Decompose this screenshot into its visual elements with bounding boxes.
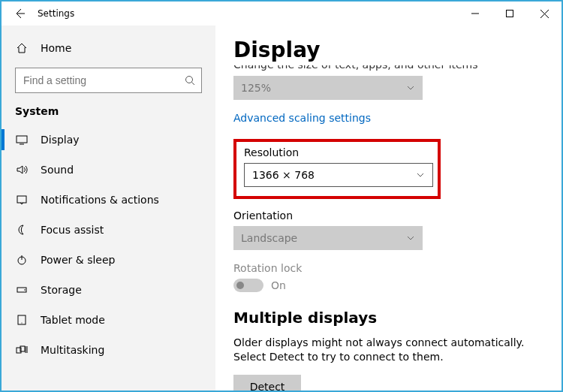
storage-icon xyxy=(15,284,29,296)
sidebar-item-power-sleep[interactable]: Power & sleep xyxy=(2,245,215,275)
sound-icon xyxy=(15,164,29,176)
sidebar-item-label: Multitasking xyxy=(41,344,104,356)
multiple-displays-heading: Multiple displays xyxy=(233,309,548,327)
close-button[interactable] xyxy=(527,2,561,26)
resolution-dropdown[interactable]: 1366 × 768 xyxy=(244,163,433,187)
back-button[interactable] xyxy=(2,2,38,26)
sidebar-item-notifications[interactable]: Notifications & actions xyxy=(2,185,215,215)
sidebar-item-label: Sound xyxy=(41,164,74,176)
sidebar-item-sound[interactable]: Sound xyxy=(2,155,215,185)
window-controls xyxy=(458,2,561,26)
home-label: Home xyxy=(41,42,71,54)
power-icon xyxy=(15,254,29,266)
rotation-lock-state: On xyxy=(271,279,286,291)
scale-dropdown[interactable]: 125% xyxy=(233,76,423,100)
section-header-system: System xyxy=(2,102,215,125)
svg-line-5 xyxy=(192,83,195,86)
rotation-lock-label: Rotation lock xyxy=(233,262,548,274)
sidebar-item-label: Storage xyxy=(41,284,82,296)
sidebar-item-display[interactable]: Display xyxy=(2,125,215,155)
focus-assist-icon xyxy=(15,224,29,236)
home-icon xyxy=(15,42,29,54)
detect-button[interactable]: Detect xyxy=(233,375,301,390)
sidebar-item-label: Notifications & actions xyxy=(41,194,159,206)
home-link[interactable]: Home xyxy=(2,33,215,63)
svg-point-14 xyxy=(21,322,22,323)
orientation-dropdown[interactable]: Landscape xyxy=(233,226,423,250)
resolution-highlight: Resolution 1366 × 768 xyxy=(233,139,441,199)
notifications-icon xyxy=(15,194,29,206)
content-panel: Display Change the size of text, apps, a… xyxy=(215,26,561,390)
search-icon xyxy=(185,75,195,86)
page-title: Display xyxy=(233,38,548,62)
svg-rect-8 xyxy=(17,196,26,203)
maximize-button[interactable] xyxy=(492,2,527,26)
multiple-displays-text: Older displays might not always connect … xyxy=(233,336,548,364)
minimize-button[interactable] xyxy=(458,2,492,26)
sidebar-item-storage[interactable]: Storage xyxy=(2,275,215,305)
advanced-scaling-link[interactable]: Advanced scaling settings xyxy=(233,112,371,124)
svg-rect-6 xyxy=(17,136,27,143)
sidebar-item-multitasking[interactable]: Multitasking xyxy=(2,335,215,365)
rotation-lock-toggle[interactable] xyxy=(233,279,263,292)
sidebar-item-label: Tablet mode xyxy=(41,314,105,326)
window-title: Settings xyxy=(38,8,74,19)
svg-point-12 xyxy=(24,289,26,291)
search-box[interactable] xyxy=(15,68,202,93)
scale-value: 125% xyxy=(241,82,271,94)
orientation-value: Landscape xyxy=(241,232,297,244)
truncated-scale-label: Change the size of text, apps, and other… xyxy=(233,65,548,73)
chevron-down-icon xyxy=(416,170,425,179)
search-input[interactable] xyxy=(23,74,180,86)
chevron-down-icon xyxy=(406,83,415,92)
svg-point-4 xyxy=(186,77,193,83)
sidebar-item-label: Display xyxy=(41,134,80,146)
chevron-down-icon xyxy=(406,234,415,243)
display-icon xyxy=(15,134,29,146)
sidebar-item-focus-assist[interactable]: Focus assist xyxy=(2,215,215,245)
svg-rect-1 xyxy=(507,11,513,17)
titlebar: Settings xyxy=(2,2,561,26)
sidebar-item-tablet-mode[interactable]: Tablet mode xyxy=(2,305,215,335)
resolution-label: Resolution xyxy=(244,146,430,158)
orientation-label: Orientation xyxy=(233,210,548,222)
multitasking-icon xyxy=(15,344,29,356)
sidebar: Home System Display Sound Notifications … xyxy=(2,26,215,390)
tablet-icon xyxy=(15,314,29,326)
sidebar-item-label: Power & sleep xyxy=(41,254,115,266)
resolution-value: 1366 × 768 xyxy=(252,169,315,181)
sidebar-item-label: Focus assist xyxy=(41,224,104,236)
